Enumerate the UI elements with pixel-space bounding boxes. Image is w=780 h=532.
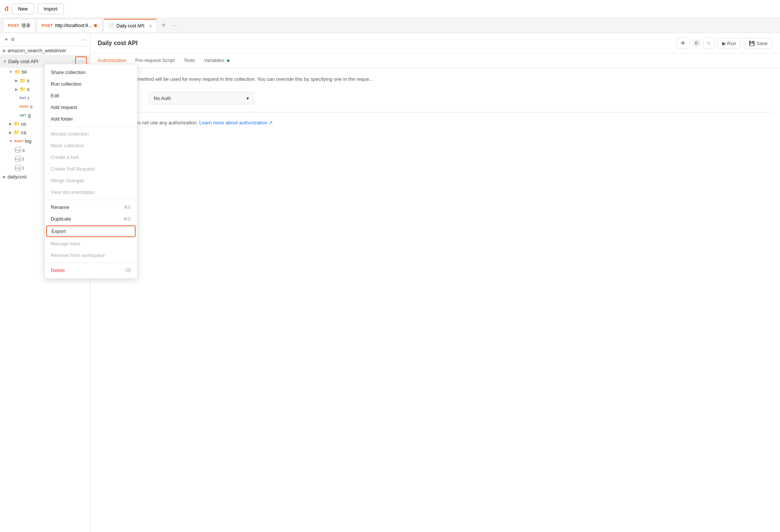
tab-variables[interactable]: Variables <box>204 54 230 68</box>
tab-method-label: POST <box>8 23 19 28</box>
sidebar-item-label: Daily cost API <box>8 59 69 64</box>
menu-item-view-docs[interactable]: View documentation <box>45 186 137 198</box>
method-badge: GET <box>20 113 27 117</box>
menu-item-label: Merge changes <box>51 178 85 183</box>
menu-item-label: Remove from workspace <box>51 252 105 258</box>
tab-title: Daily cost API <box>116 23 144 29</box>
variables-dot <box>227 59 230 62</box>
tab-deng-lu[interactable]: POST 登录 <box>3 19 35 32</box>
menu-item-label: Manage roles <box>51 241 80 246</box>
env-icon: e.g. <box>15 165 21 171</box>
menu-item-remove-workspace[interactable]: Remove from workspace <box>45 249 137 261</box>
tab-label: Variables <box>204 57 224 63</box>
menu-item-label: Run collection <box>51 81 82 87</box>
new-button[interactable]: New <box>12 3 34 14</box>
tab-title: 登录 <box>21 23 30 29</box>
menu-item-label: Add request <box>51 104 77 110</box>
env-icon: e.g. <box>15 156 21 162</box>
menu-item-edit[interactable]: Edit <box>45 90 137 101</box>
menu-item-duplicate[interactable]: Duplicate ⌘D <box>45 213 137 225</box>
folder-icon: 📁 <box>14 121 20 127</box>
tab-more-button[interactable]: ··· <box>170 22 178 29</box>
menu-item-share[interactable]: Share collection <box>45 66 137 78</box>
type-select[interactable]: No Auth ▾ <box>149 92 254 104</box>
sidebar-item-amazon[interactable]: ▶ amazon_search_webdriver <box>0 46 90 55</box>
chevron-down-icon: ▾ <box>246 95 249 101</box>
type-row: Type No Auth ▾ <box>98 92 772 112</box>
tab-tests[interactable]: Tests <box>184 54 195 68</box>
auth-description: This authorization method will be used f… <box>98 76 772 83</box>
tab-label: Pre-request Script <box>135 57 175 63</box>
caret-icon: ▶ <box>15 79 18 83</box>
sidebar-add-icon[interactable]: + <box>5 36 8 43</box>
menu-item-manage-roles[interactable]: Manage roles <box>45 238 137 249</box>
menu-item-add-folder[interactable]: Add folder <box>45 113 137 125</box>
caret-icon: ▼ <box>9 70 13 74</box>
learn-more-link[interactable]: Learn more about authorization ↗ <box>199 120 272 125</box>
folder-icon: 📁 <box>14 130 20 135</box>
counter-badge: 0 <box>693 40 700 47</box>
caret-icon: ▶ <box>3 48 6 53</box>
env-icon: e.g. <box>15 147 21 153</box>
tab-localhost[interactable]: POST http://localhost:8... <box>37 19 102 32</box>
content-tabs: Authorization Pre-request Script Tests V… <box>90 54 780 68</box>
run-button[interactable]: ▶ Run <box>717 38 741 49</box>
preview-button[interactable]: 👁 <box>676 38 690 49</box>
caret-icon: ▶ <box>15 87 18 91</box>
fork-button[interactable]: ⑂ <box>703 38 714 49</box>
menu-item-export[interactable]: Export <box>46 225 136 237</box>
menu-item-rename[interactable]: Rename ⌘E <box>45 201 137 213</box>
import-button[interactable]: Import <box>37 3 64 14</box>
menu-item-label: Monitor collection <box>51 131 89 137</box>
save-button[interactable]: 💾 Save <box>744 38 772 49</box>
tabbar: POST 登录 POST http://localhost:8... 📄 Dai… <box>0 18 780 33</box>
menu-item-delete[interactable]: Delete ⌫ <box>45 264 137 276</box>
tab-daily-cost[interactable]: 📄 Daily cost API × <box>103 19 157 32</box>
menu-item-label: Mock collection <box>51 143 84 148</box>
tab-label: Authorization <box>98 57 126 63</box>
save-label: Save <box>756 41 768 46</box>
menu-item-label: Rename <box>51 204 69 210</box>
menu-item-label: Export <box>51 228 66 234</box>
star-icon[interactable]: ☆ <box>70 58 75 64</box>
menu-divider-3 <box>45 263 137 263</box>
menu-item-label: Add folder <box>51 116 73 122</box>
menu-shortcut: ⌘D <box>123 216 131 222</box>
menu-item-monitor[interactable]: Monitor collection <box>45 128 137 140</box>
tab-method-label: POST <box>42 23 53 28</box>
sidebar-header: + ≡ ··· <box>0 33 90 46</box>
menu-item-mock[interactable]: Mock collection <box>45 140 137 151</box>
menu-item-pull-request[interactable]: Create Pull Request <box>45 163 137 175</box>
tab-add-button[interactable]: + <box>159 21 169 30</box>
menu-item-label: Share collection <box>51 70 86 75</box>
menu-shortcut: ⌘E <box>124 205 131 210</box>
menu-divider-2 <box>45 200 137 200</box>
content-area: Daily cost API 👁 0 ⑂ ▶ Run 💾 Save Author… <box>90 33 780 532</box>
main-layout: + ≡ ··· ▶ amazon_search_webdriver ▼ Dail… <box>0 33 780 532</box>
caret-icon: ▼ <box>3 59 7 63</box>
app-logo: d <box>5 5 9 13</box>
folder-icon: 📁 <box>20 78 26 83</box>
menu-item-run[interactable]: Run collection <box>45 78 137 90</box>
run-icon: ▶ <box>722 41 726 46</box>
method-badge: PUT <box>20 96 26 100</box>
topbar: d New Import <box>0 0 780 18</box>
caret-icon: ▶ <box>3 175 6 179</box>
caret-icon: ▶ <box>9 122 12 126</box>
folder-icon: 📁 <box>14 69 20 75</box>
tab-pre-request[interactable]: Pre-request Script <box>135 54 175 68</box>
menu-item-merge[interactable]: Merge changes <box>45 175 137 186</box>
menu-item-fork[interactable]: Create a fork <box>45 151 137 163</box>
menu-item-label: View documentation <box>51 189 95 195</box>
tab-file-icon: 📄 <box>108 23 114 29</box>
menu-item-label: Create Pull Request <box>51 166 94 172</box>
sidebar-more-button[interactable]: ··· <box>81 36 85 42</box>
save-icon: 💾 <box>749 41 755 46</box>
sidebar-filter-icon[interactable]: ≡ <box>11 36 14 43</box>
page-title: Daily cost API <box>98 40 672 47</box>
menu-item-label: Duplicate <box>51 216 71 222</box>
method-badge: POST <box>20 105 29 109</box>
content-actions: 👁 0 ⑂ ▶ Run 💾 Save <box>676 38 772 49</box>
tab-close-button[interactable]: × <box>149 23 152 29</box>
menu-item-add-request[interactable]: Add request <box>45 101 137 113</box>
